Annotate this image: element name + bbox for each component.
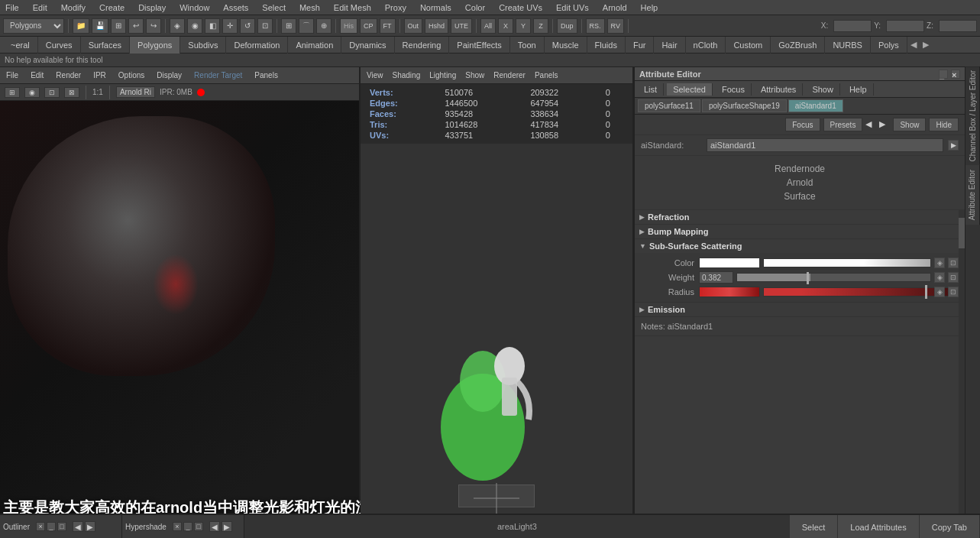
- node-tab-polysurface11[interactable]: polySurface11: [638, 99, 700, 112]
- ai-standard-input[interactable]: [707, 138, 943, 152]
- color-swatch[interactable]: [699, 258, 760, 268]
- menu-select[interactable]: Select: [260, 3, 288, 12]
- toolbar-move[interactable]: ✛: [222, 18, 238, 34]
- tab-nurbs[interactable]: NURBS: [825, 37, 871, 53]
- render-menu-render[interactable]: Render: [53, 71, 84, 79]
- radius-extra-btn[interactable]: ⊡: [948, 287, 959, 297]
- render-btn-2[interactable]: ◉: [24, 87, 40, 98]
- weight-extra-btn[interactable]: ⊡: [948, 272, 959, 283]
- toolbar-all[interactable]: All: [480, 18, 496, 34]
- render-menu-options[interactable]: Options: [115, 71, 147, 79]
- section-emission-header[interactable]: ▶ Emission: [635, 303, 965, 316]
- tab-custom[interactable]: Custom: [726, 37, 771, 53]
- attr-tab-list[interactable]: List: [638, 83, 664, 96]
- menu-display[interactable]: Display: [136, 3, 168, 12]
- toolbar-rotate[interactable]: ↺: [240, 18, 255, 34]
- menu-help[interactable]: Help: [639, 3, 661, 12]
- toolbar-lasso[interactable]: ◉: [187, 18, 202, 34]
- tab-deformation[interactable]: Deformation: [226, 37, 288, 53]
- tab-painteffects[interactable]: PaintEffects: [449, 37, 510, 53]
- color-link-btn[interactable]: ◈: [934, 258, 945, 268]
- menu-mesh[interactable]: Mesh: [297, 3, 322, 12]
- outliner-close[interactable]: ×: [36, 522, 45, 531]
- 3d-menu-view[interactable]: View: [364, 71, 387, 79]
- section-refraction-header[interactable]: ▶ Refraction: [635, 210, 965, 224]
- tab-fluids[interactable]: Fluids: [587, 37, 626, 53]
- copy-tab-button[interactable]: Copy Tab: [920, 515, 980, 538]
- focus-button[interactable]: Focus: [785, 118, 820, 131]
- 3d-menu-renderer[interactable]: Renderer: [490, 71, 529, 79]
- 3d-menu-panels[interactable]: Panels: [532, 71, 561, 79]
- tab-animation[interactable]: Animation: [288, 37, 341, 53]
- tab-scroll-right[interactable]: ▶: [920, 40, 932, 50]
- toolbar-z[interactable]: Z: [533, 18, 548, 34]
- node-tab-aistandard1[interactable]: aiStandard1: [788, 99, 843, 112]
- tab-general[interactable]: ~eral: [3, 37, 38, 53]
- menu-assets[interactable]: Assets: [221, 3, 251, 12]
- tab-toon[interactable]: Toon: [510, 37, 545, 53]
- arrow-btn-1[interactable]: ◀: [865, 119, 876, 130]
- ai-arrow-btn[interactable]: ▶: [948, 140, 959, 151]
- attr-tab-help[interactable]: Help: [843, 83, 874, 96]
- attr-close[interactable]: ×: [951, 70, 960, 79]
- outliner-next[interactable]: ▶: [85, 521, 95, 532]
- render-btn-3[interactable]: ⊡: [44, 87, 60, 98]
- toolbar-btn-3[interactable]: ⊞: [111, 18, 126, 34]
- toolbar-dup[interactable]: Dup: [557, 18, 577, 34]
- tab-dynamics[interactable]: Dynamics: [341, 37, 394, 53]
- tab-surfaces[interactable]: Surfaces: [81, 37, 130, 53]
- section-bump-header[interactable]: ▶ Bump Mapping: [635, 225, 965, 238]
- attr-tab-selected[interactable]: Selected: [667, 83, 713, 96]
- tab-scroll-left[interactable]: ◀: [907, 40, 920, 50]
- toolbar-rv[interactable]: RV: [607, 18, 624, 34]
- toolbar-select[interactable]: ◈: [170, 18, 185, 34]
- menu-create-uvs[interactable]: Create UVs: [496, 3, 545, 12]
- toolbar-x[interactable]: X: [498, 18, 513, 34]
- menu-proxy[interactable]: Proxy: [383, 3, 409, 12]
- render-viewport[interactable]: 主要是教大家高效的在arnold当中调整光影和灯光的渲染 size: 1050 …: [0, 101, 359, 538]
- menu-file[interactable]: File: [3, 3, 21, 12]
- tab-curves[interactable]: Curves: [38, 37, 81, 53]
- menu-color[interactable]: Color: [463, 3, 487, 12]
- toolbar-rs[interactable]: RS.: [586, 18, 605, 34]
- toolbar-ute[interactable]: UTE: [451, 18, 472, 34]
- hide-button[interactable]: Hide: [929, 118, 959, 131]
- tab-ncloth[interactable]: nCloth: [686, 37, 726, 53]
- select-button[interactable]: Select: [790, 515, 839, 538]
- hypershade-close[interactable]: ×: [173, 522, 182, 531]
- toolbar-scale[interactable]: ⊡: [257, 18, 273, 34]
- menu-window[interactable]: Window: [177, 3, 212, 12]
- attr-tab-show[interactable]: Show: [806, 83, 840, 96]
- render-menu-display[interactable]: Display: [154, 71, 185, 79]
- attr-tab-attributes[interactable]: Attributes: [755, 83, 803, 96]
- tab-rendering[interactable]: Rendering: [395, 37, 450, 53]
- attr-scrollbar[interactable]: [959, 210, 965, 538]
- z-input[interactable]: [939, 20, 977, 32]
- toolbar-snap-curve[interactable]: ⌒: [299, 18, 314, 34]
- render-menu-panels[interactable]: Panels: [251, 71, 281, 79]
- toolbar-cp[interactable]: CP: [360, 18, 377, 34]
- toolbar-snap-point[interactable]: ⊕: [316, 18, 332, 34]
- radius-swatch[interactable]: [699, 287, 760, 297]
- channel-box-label[interactable]: Channel Box / Layer Editor: [965, 67, 980, 165]
- 3d-menu-show[interactable]: Show: [462, 71, 487, 79]
- toolbar-y[interactable]: Y: [516, 18, 531, 34]
- weight-slider[interactable]: [736, 273, 931, 282]
- menu-create[interactable]: Create: [97, 3, 127, 12]
- toolbar-out[interactable]: Out: [404, 18, 423, 34]
- weight-input[interactable]: [699, 271, 733, 284]
- toolbar-history[interactable]: His: [340, 18, 357, 34]
- section-sss-header[interactable]: ▼ Sub-Surface Scattering: [635, 239, 965, 253]
- color-extra-btn[interactable]: ⊡: [948, 258, 959, 268]
- tab-subdivs[interactable]: Subdivs: [180, 37, 226, 53]
- 3d-viewport[interactable]: [361, 144, 632, 538]
- attr-minimize[interactable]: _: [939, 70, 948, 79]
- menu-edit-uvs[interactable]: Edit UVs: [554, 3, 591, 12]
- render-btn-1[interactable]: ⊞: [5, 87, 20, 98]
- load-attributes-button[interactable]: Load Attributes: [838, 515, 919, 538]
- 3d-menu-shading[interactable]: Shading: [390, 71, 424, 79]
- tab-gozbr[interactable]: GoZBrush: [771, 37, 825, 53]
- menu-edit-mesh[interactable]: Edit Mesh: [332, 3, 374, 12]
- show-button[interactable]: Show: [893, 118, 926, 131]
- toolbar-hshd[interactable]: Hshd: [425, 18, 448, 34]
